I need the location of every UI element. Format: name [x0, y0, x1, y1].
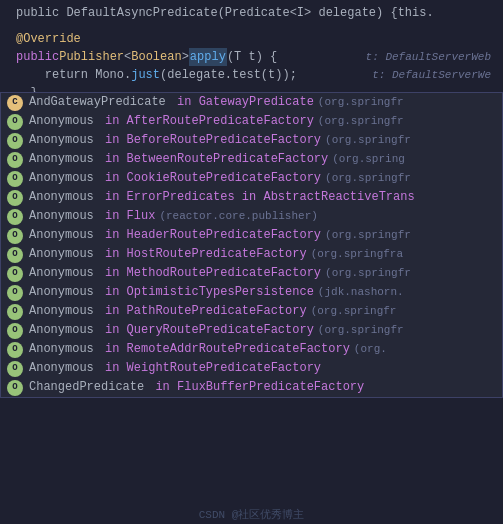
ac-icon-obj-15: O [7, 380, 23, 396]
code-line-override-tag: @Override [8, 30, 495, 48]
ac-icon-obj-2: O [7, 133, 23, 149]
ac-name-0: AndGatewayPredicate [29, 93, 166, 112]
ac-item-6[interactable]: O Anonymous in Flux (reactor.core.publis… [1, 207, 502, 226]
ac-icon-obj-9: O [7, 266, 23, 282]
ac-name-6: Anonymous [29, 207, 94, 226]
ac-package-10: (jdk.nashorn. [318, 283, 404, 302]
ac-item-11[interactable]: O Anonymous in PathRoutePredicateFactory… [1, 302, 502, 321]
ac-name-14: Anonymous [29, 359, 94, 378]
ac-location-11: in PathRoutePredicateFactory [98, 302, 307, 321]
ac-name-1: Anonymous [29, 112, 94, 131]
ac-name-3: Anonymous [29, 150, 94, 169]
ac-name-5: Anonymous [29, 188, 94, 207]
ac-item-14[interactable]: O Anonymous in WeightRoutePredicateFacto… [1, 359, 502, 378]
ac-package-1: (org.springfr [318, 112, 404, 131]
ac-item-15[interactable]: O ChangedPredicate in FluxBufferPredicat… [1, 378, 502, 397]
ac-name-7: Anonymous [29, 226, 94, 245]
ac-item-10[interactable]: O Anonymous in OptimisticTypesPersistenc… [1, 283, 502, 302]
ac-location-6: in Flux [98, 207, 156, 226]
ac-icon-obj-10: O [7, 285, 23, 301]
ac-icon-obj-6: O [7, 209, 23, 225]
ac-name-13: Anonymous [29, 340, 94, 359]
ac-location-9: in MethodRoutePredicateFactory [98, 264, 321, 283]
ac-location-15: in FluxBufferPredicateFactory [148, 378, 364, 397]
ac-icon-obj-7: O [7, 228, 23, 244]
watermark: CSDN @社区优秀博主 [0, 505, 503, 524]
ac-location-1: in AfterRoutePredicateFactory [98, 112, 314, 131]
ac-package-6: (reactor.core.publisher) [159, 207, 317, 226]
code-line-override [8, 22, 495, 30]
ac-package-9: (org.springfr [325, 264, 411, 283]
ac-location-0: in GatewayPredicate [170, 93, 314, 112]
ac-name-10: Anonymous [29, 283, 94, 302]
code-line-4: return Mono. just (delegate.test(t)); t:… [8, 66, 495, 84]
ac-item-9[interactable]: O Anonymous in MethodRoutePredicateFacto… [1, 264, 502, 283]
ac-item-0[interactable]: C AndGatewayPredicate in GatewayPredicat… [1, 93, 502, 112]
ac-location-5: in ErrorPredicates in AbstractReactiveTr… [98, 188, 415, 207]
ac-icon-obj-1: O [7, 114, 23, 130]
ac-icon-obj-13: O [7, 342, 23, 358]
ac-location-4: in CookieRoutePredicateFactory [98, 169, 321, 188]
ac-name-11: Anonymous [29, 302, 94, 321]
ac-name-15: ChangedPredicate [29, 378, 144, 397]
ac-name-2: Anonymous [29, 131, 94, 150]
ac-icon-obj-8: O [7, 247, 23, 263]
ac-name-8: Anonymous [29, 245, 94, 264]
ac-name-4: Anonymous [29, 169, 94, 188]
type-hint-4: t: DefaultServerWe [372, 66, 491, 84]
ac-icon-obj-14: O [7, 361, 23, 377]
ac-item-5[interactable]: O Anonymous in ErrorPredicates in Abstra… [1, 188, 502, 207]
autocomplete-dropdown[interactable]: C AndGatewayPredicate in GatewayPredicat… [0, 92, 503, 398]
ac-item-4[interactable]: O Anonymous in CookieRoutePredicateFacto… [1, 169, 502, 188]
code-line-1: public DefaultAsyncPredicate(Predicate<I… [8, 4, 495, 22]
ac-location-14: in WeightRoutePredicateFactory [98, 359, 321, 378]
ac-name-9: Anonymous [29, 264, 94, 283]
code-top: public DefaultAsyncPredicate(Predicate<I… [0, 0, 503, 106]
ac-location-3: in BetweenRoutePredicateFactory [98, 150, 328, 169]
ac-package-12: (org.springfr [318, 321, 404, 340]
ac-location-10: in OptimisticTypesPersistence [98, 283, 314, 302]
ac-item-2[interactable]: O Anonymous in BeforeRoutePredicateFacto… [1, 131, 502, 150]
ac-location-8: in HostRoutePredicateFactory [98, 245, 307, 264]
ac-icon-class-0: C [7, 95, 23, 111]
ac-icon-obj-3: O [7, 152, 23, 168]
ac-item-3[interactable]: O Anonymous in BetweenRoutePredicateFact… [1, 150, 502, 169]
ac-icon-obj-5: O [7, 190, 23, 206]
ac-item-8[interactable]: O Anonymous in HostRoutePredicateFactory… [1, 245, 502, 264]
ac-package-4: (org.springfr [325, 169, 411, 188]
ac-package-8: (org.springfra [311, 245, 403, 264]
ac-location-7: in HeaderRoutePredicateFactory [98, 226, 321, 245]
ac-icon-obj-12: O [7, 323, 23, 339]
ac-location-2: in BeforeRoutePredicateFactory [98, 131, 321, 150]
ac-package-11: (org.springfr [311, 302, 397, 321]
ac-name-12: Anonymous [29, 321, 94, 340]
ac-package-7: (org.springfr [325, 226, 411, 245]
ac-package-13: (org. [354, 340, 387, 359]
code-line-3: public Publisher < Boolean > apply (T t)… [8, 48, 495, 66]
ac-location-13: in RemoteAddrRoutePredicateFactory [98, 340, 350, 359]
ac-item-1[interactable]: O Anonymous in AfterRoutePredicateFactor… [1, 112, 502, 131]
ac-item-7[interactable]: O Anonymous in HeaderRoutePredicateFacto… [1, 226, 502, 245]
ac-icon-obj-11: O [7, 304, 23, 320]
ac-location-12: in QueryRoutePredicateFactory [98, 321, 314, 340]
ac-package-2: (org.springfr [325, 131, 411, 150]
ac-package-0: (org.springfr [318, 93, 404, 112]
ac-item-13[interactable]: O Anonymous in RemoteAddrRoutePredicateF… [1, 340, 502, 359]
type-hint-3: t: DefaultServerWeb [366, 48, 491, 66]
ac-item-12[interactable]: O Anonymous in QueryRoutePredicateFactor… [1, 321, 502, 340]
code-editor: public DefaultAsyncPredicate(Predicate<I… [0, 0, 503, 524]
ac-icon-obj-4: O [7, 171, 23, 187]
ac-package-3: (org.spring [332, 150, 405, 169]
